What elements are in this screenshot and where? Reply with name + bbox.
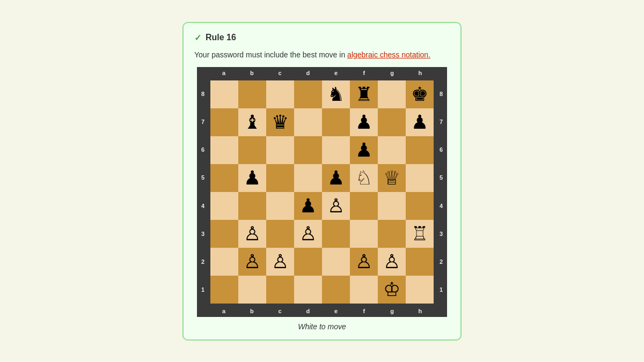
square-d7[interactable] [294,108,322,136]
square-e6[interactable] [322,136,350,164]
rank-label-left-5: 5 [201,174,204,181]
square-g6[interactable] [378,136,406,164]
rank-label-left-4: 4 [201,203,204,209]
square-a7[interactable] [210,108,238,136]
square-c7[interactable]: ♛ [266,108,294,136]
rank-label-right-5: 5 [440,174,443,181]
square-e2[interactable] [322,248,350,276]
square-d1[interactable] [294,276,322,304]
file-label-top-b: b [238,70,266,76]
square-g7[interactable] [378,108,406,136]
square-b8[interactable] [238,80,266,108]
square-a2[interactable] [210,248,238,276]
square-a8[interactable] [210,80,238,108]
square-b7[interactable]: ♝ [238,108,266,136]
square-e4[interactable]: ♙ [322,192,350,220]
square-h6[interactable] [406,136,434,164]
square-c4[interactable] [266,192,294,220]
square-h7[interactable]: ♟ [406,108,434,136]
square-c1[interactable] [266,276,294,304]
rank-label-right-3: 3 [440,231,443,237]
file-label-top-g: g [378,70,406,76]
file-label-bottom-g: g [378,308,406,314]
square-d5[interactable] [294,164,322,192]
square-b5[interactable]: ♟ [238,164,266,192]
file-label-bottom-e: e [322,308,350,314]
square-f5[interactable]: ♘ [350,164,378,192]
file-label-top-a: a [210,70,238,76]
square-g4[interactable] [378,192,406,220]
rank-label-left-6: 6 [201,146,204,153]
rule-header: ✓ Rule 16 [194,33,450,43]
square-f2[interactable]: ♙ [350,248,378,276]
square-b1[interactable] [238,276,266,304]
file-label-bottom-b: b [238,308,266,314]
square-c6[interactable] [266,136,294,164]
rank-label-left-1: 1 [201,286,204,293]
square-e7[interactable] [322,108,350,136]
square-d4[interactable]: ♟ [294,192,322,220]
notation-link[interactable]: algebraic chess notation. [347,50,430,59]
rank-label-right-8: 8 [440,91,443,97]
rank-label-right-4: 4 [440,203,443,209]
square-g5[interactable]: ♕ [378,164,406,192]
square-f8[interactable]: ♜ [350,80,378,108]
coords-right: 87654321 [435,79,447,305]
rank-label-right-1: 1 [440,286,443,293]
square-c3[interactable] [266,220,294,248]
square-h5[interactable] [406,164,434,192]
square-a6[interactable] [210,136,238,164]
rule-title: Rule 16 [206,33,236,42]
file-label-top-c: c [266,70,294,76]
board-container: abcdefgh 87654321 ♞♜♚♝♛♟♟♟♟♟♘♕♟♙♙♙♖♙♙♙♙♔… [194,67,450,331]
square-c2[interactable]: ♙ [266,248,294,276]
square-a1[interactable] [210,276,238,304]
file-label-top-f: f [350,70,378,76]
file-label-bottom-a: a [210,308,238,314]
square-a3[interactable] [210,220,238,248]
square-e5[interactable]: ♟ [322,164,350,192]
square-e3[interactable] [322,220,350,248]
square-f7[interactable]: ♟ [350,108,378,136]
coords-left: 87654321 [197,79,209,305]
square-a4[interactable] [210,192,238,220]
square-g1[interactable]: ♔ [378,276,406,304]
check-icon: ✓ [194,33,201,43]
file-label-top-h: h [406,70,434,76]
square-h3[interactable]: ♖ [406,220,434,248]
rank-label-right-7: 7 [440,119,443,125]
square-c5[interactable] [266,164,294,192]
coords-bottom: abcdefgh [209,305,435,317]
square-f1[interactable] [350,276,378,304]
square-c8[interactable] [266,80,294,108]
square-f3[interactable] [350,220,378,248]
square-h8[interactable]: ♚ [406,80,434,108]
square-h2[interactable] [406,248,434,276]
square-h1[interactable] [406,276,434,304]
square-b2[interactable]: ♙ [238,248,266,276]
square-e8[interactable]: ♞ [322,80,350,108]
square-e1[interactable] [322,276,350,304]
square-g3[interactable] [378,220,406,248]
rank-label-left-8: 8 [201,91,204,97]
square-b3[interactable]: ♙ [238,220,266,248]
rank-label-left-7: 7 [201,119,204,125]
square-d6[interactable] [294,136,322,164]
square-b6[interactable] [238,136,266,164]
square-h4[interactable] [406,192,434,220]
file-label-bottom-f: f [350,308,378,314]
square-g8[interactable] [378,80,406,108]
square-d3[interactable]: ♙ [294,220,322,248]
square-f4[interactable] [350,192,378,220]
square-a5[interactable] [210,164,238,192]
description-text-before: Your password must include the best move… [194,50,347,59]
coords-top: abcdefgh [209,67,435,79]
square-d2[interactable] [294,248,322,276]
square-f6[interactable]: ♟ [350,136,378,164]
rank-label-left-2: 2 [201,258,204,265]
square-g2[interactable]: ♙ [378,248,406,276]
file-label-bottom-d: d [294,308,322,314]
square-b4[interactable] [238,192,266,220]
board-with-coords: abcdefgh 87654321 ♞♜♚♝♛♟♟♟♟♟♘♕♟♙♙♙♖♙♙♙♙♔… [197,67,447,317]
square-d8[interactable] [294,80,322,108]
